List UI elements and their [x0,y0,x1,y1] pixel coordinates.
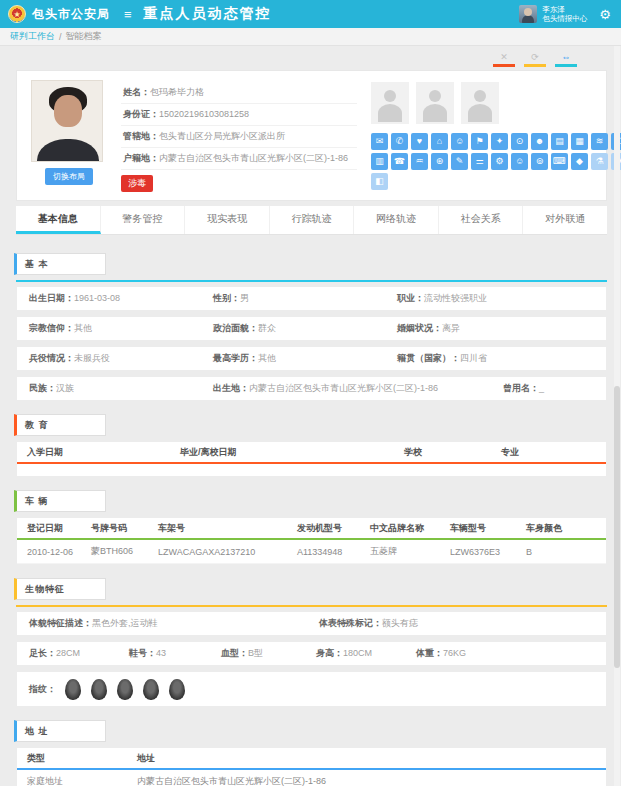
fingerprint-image [117,679,133,700]
fullscreen-icon: ✕ [493,52,515,62]
page: ★ 包头市公安局 ≡ 重点人员动态管控 李东泽 包头情报中心 ⚙ 研判工作台 /… [0,0,621,786]
field-native-place: 籍贯（国家）：四川省 [397,352,487,365]
vehicle-brand-name: 五菱牌 [370,545,450,558]
col-engine-model: 发动机型号 [297,522,370,535]
tab-police-control[interactable]: 警务管控 [101,206,186,234]
basic-row: 民族：汉族 出生地：内蒙古自治区包头市青山区光辉小区(二区)-1-86 曾用名：… [16,376,607,401]
section-label-biometric: 生物特征 [14,578,106,600]
col-address-type: 类型 [27,752,137,765]
field-shoe-size: 鞋号：43 [129,647,221,660]
avatar-placeholder [371,82,409,124]
tab-movement-track[interactable]: 行踪轨迹 [270,206,355,234]
vehicle-table-header: 登记日期 号牌号码 车架号 发动机型号 中文品牌名称 车辆型号 车身颜色 [17,518,606,540]
fingerprint-image [91,679,107,700]
vehicle-table: 登记日期 号牌号码 车架号 发动机型号 中文品牌名称 车辆型号 车身颜色 201… [16,517,607,565]
col-address: 地址 [137,752,155,765]
bed-icon[interactable]: ⚌ [471,153,488,170]
avatar-placeholders [371,82,621,124]
graduation-icon[interactable]: ✦ [491,133,508,150]
panel-fullscreen-button[interactable]: ✕ [493,52,515,67]
scrollbar-thumb[interactable] [614,386,620,667]
gear-icon[interactable]: ⚙ [491,153,508,170]
address-table: 类型 地址 家庭地址 内蒙古自治区包头市青山区光辉小区(二区)-1-86 房屋地… [16,747,607,786]
field-id-number: 身份证：150202196103081258 [121,104,357,126]
person-icon[interactable]: ☻ [531,133,548,150]
user-icon[interactable]: ☺ [511,153,528,170]
panel-refresh-button[interactable]: ⟳ [524,52,546,67]
field-appearance: 体貌特征描述：黑色外套,运动鞋 [29,617,319,630]
subway-icon[interactable]: ◧ [371,173,388,190]
police-badge-logo: ★ [8,5,26,23]
address-value-home: 内蒙古自治区包头市青山区光辉小区(二区)-1-86 [137,775,326,786]
wifi-icon[interactable]: ≋ [591,133,608,150]
panel-collapse-button[interactable]: ⇔ [555,52,577,67]
col-vin: 车架号 [158,522,297,535]
breadcrumb-parent-link[interactable]: 研判工作台 [10,30,55,43]
field-blood-type: 血型：B型 [221,647,316,660]
home-icon[interactable]: ⌂ [431,133,448,150]
profile-actions-column: ✉✆♥⌂☺⚑✦⊙☻▤▦≋☖☑▥☎♒⊛✎⚌⚙☺⊚⌨◆⚗✈◫◧ [371,80,621,193]
field-weight: 体重：76KG [416,647,466,660]
taxi-icon[interactable]: ⊚ [531,153,548,170]
field-fingerprint-label: 指纹： [29,683,56,696]
field-birthdate: 出生日期：1961-03-08 [29,292,213,305]
id-card-icon[interactable]: ▥ [371,153,388,170]
heart-icon[interactable]: ♥ [411,133,428,150]
tab-basic-info[interactable]: 基本信息 [16,206,101,234]
comment-icon[interactable]: ✉ [371,133,388,150]
col-school: 学校 [404,446,501,459]
section-label-address: 地 址 [14,720,106,742]
vehicle-vin: LZWACAGAXA2137210 [158,547,297,557]
app-title: 重点人员动态管控 [144,5,272,23]
tab-network-track[interactable]: 网络轨迹 [354,206,439,234]
vertical-scrollbar[interactable] [614,46,620,786]
basic-row: 宗教信仰：其他 政治面貌：群众 婚姻状况：离异 [16,316,607,341]
group-icon[interactable]: ☺ [451,133,468,150]
fingerprint-row: 指纹： [16,671,607,707]
truck-icon[interactable]: ◆ [571,153,588,170]
tab-social-relations[interactable]: 社会关系 [439,206,524,234]
action-icon-grid: ✉✆♥⌂☺⚑✦⊙☻▤▦≋☖☑▥☎♒⊛✎⚌⚙☺⊚⌨◆⚗✈◫◧ [371,133,621,190]
user-name: 李东泽 [542,5,587,14]
profile-tabs: 基本信息 警务管控 现实表现 行踪轨迹 网络轨迹 社会关系 对外联通 [16,206,607,235]
hotel-icon[interactable]: ⚑ [471,133,488,150]
menu-toggle-icon[interactable]: ≡ [124,7,132,22]
keyboard-icon[interactable]: ⌨ [551,153,568,170]
field-name: 姓名：包玛希毕力格 [121,82,357,104]
fingerprint-image [65,679,81,700]
tab-actual-performance[interactable]: 现实表现 [185,206,270,234]
tag-icon[interactable]: ✎ [451,153,468,170]
basic-row: 出生日期：1961-03-08 性别：男 职业：流动性较强职业 [16,286,607,311]
col-brand-name: 中文品牌名称 [370,522,450,535]
user-menu[interactable]: 李东泽 包头情报中心 [542,5,587,23]
user-avatar[interactable] [519,5,537,23]
vehicle-engine-model: A11334948 [297,547,370,557]
field-jurisdiction: 管辖地：包头青山区分局光辉小区派出所 [121,126,357,148]
police-car-icon[interactable]: ⊛ [431,153,448,170]
document-icon[interactable]: ▤ [551,133,568,150]
photo-column: 切换布局 [31,80,107,193]
phone-call-icon[interactable]: ✆ [391,133,408,150]
education-empty-body [17,464,606,476]
vehicle-row: 2010-12-06 蒙BTH606 LZWACAGAXA2137210 A11… [17,540,606,564]
tab-external-contact[interactable]: 对外联通 [523,206,607,234]
flask-icon[interactable]: ⚗ [591,153,608,170]
car-icon[interactable]: ⊙ [511,133,528,150]
image-icon[interactable]: ▦ [571,133,588,150]
field-education-level: 最高学历：其他 [213,352,397,365]
col-reg-date: 登记日期 [27,522,91,535]
fingerprint-images [65,679,185,700]
field-height: 身高：180CM [316,647,416,660]
breadcrumb-separator: / [59,32,62,42]
avatar-placeholder [416,82,454,124]
signal-icon[interactable]: ♒ [411,153,428,170]
vehicle-body-color: B [526,547,532,557]
refresh-icon: ⟳ [524,52,546,62]
app-header: ★ 包头市公安局 ≡ 重点人员动态管控 李东泽 包头情报中心 ⚙ [0,0,621,28]
switch-layout-button[interactable]: 切换布局 [45,168,93,185]
settings-gear-icon[interactable]: ⚙ [599,7,611,22]
cyan-indicator-bar [555,64,577,67]
field-military-service: 兵役情况：未服兵役 [29,352,213,365]
telephone-icon[interactable]: ☎ [391,153,408,170]
col-enroll-date: 入学日期 [27,446,180,459]
